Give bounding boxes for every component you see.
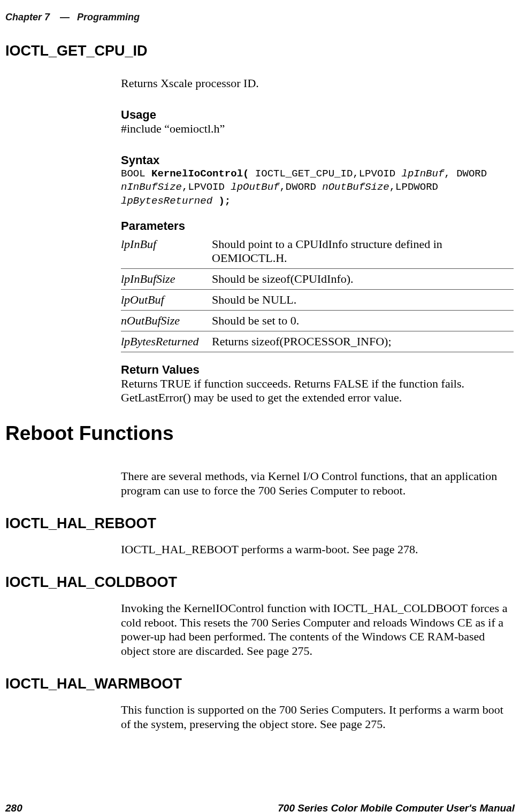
heading-ioctl-get-cpu-id: IOCTL_GET_CPU_ID: [5, 43, 514, 59]
param-desc: Should be sizeof(CPUIdInfo).: [212, 268, 514, 289]
usage-text: #include “oemioctl.h”: [121, 122, 514, 136]
param-name: lpBytesReturned: [121, 331, 212, 352]
param-name: lpInBufSize: [121, 268, 212, 289]
heading-ioctl-hal-warmboot: IOCTL_HAL_WARMBOOT: [5, 676, 514, 692]
heading-syntax: Syntax: [121, 153, 514, 167]
get-cpu-id-intro: Returns Xscale processor ID.: [121, 76, 514, 91]
heading-return-values: Return Values: [121, 363, 514, 377]
code-token: lpInBuf: [402, 168, 445, 180]
code-token: lpOutBuf: [231, 181, 279, 193]
param-name: lpOutBuf: [121, 289, 212, 310]
code-token: );: [212, 195, 231, 207]
content: IOCTL_GET_CPU_ID Returns Xscale processo…: [5, 43, 514, 732]
code-token: ,LPVOID: [182, 181, 231, 193]
code-token: nOutBufSize: [322, 181, 389, 193]
parameters-table: lpInBuf Should point to a CPUIdInfo stru…: [121, 234, 514, 352]
code-token: lpBytesReturned: [121, 195, 212, 207]
manual-title: 700 Series Color Mobile Computer User's …: [278, 802, 515, 812]
param-row: lpInBufSize Should be sizeof(CPUIdInfo).: [121, 268, 514, 289]
heading-reboot-functions: Reboot Functions: [5, 422, 514, 445]
header-chapter: Chapter 7: [5, 12, 50, 23]
reboot-intro: There are several methods, via Kernel I/…: [121, 469, 514, 498]
code-token: IOCTL_GET_CPU_ID,LPVOID: [249, 168, 401, 180]
code-token: BOOL: [121, 168, 151, 180]
heading-parameters: Parameters: [121, 219, 514, 233]
param-name: nOutBufSize: [121, 310, 212, 331]
return-values-text: Returns TRUE if function succeeds. Retur…: [121, 377, 514, 406]
syntax-code: BOOL KernelIoControl( IOCTL_GET_CPU_ID,L…: [121, 167, 514, 208]
page: Chapter 7 — Programming IOCTL_GET_CPU_ID…: [0, 0, 520, 812]
code-token: KernelIoControl(: [151, 168, 249, 180]
heading-usage: Usage: [121, 108, 514, 122]
param-desc: Returns sizeof(PROCESSOR_INFO);: [212, 331, 514, 352]
hal-warmboot-text: This function is supported on the 700 Se…: [121, 703, 514, 732]
heading-ioctl-hal-coldboot: IOCTL_HAL_COLDBOOT: [5, 574, 514, 591]
heading-ioctl-hal-reboot: IOCTL_HAL_REBOOT: [5, 515, 514, 532]
param-row: lpBytesReturned Returns sizeof(PROCESSOR…: [121, 331, 514, 352]
param-row: lpInBuf Should point to a CPUIdInfo stru…: [121, 234, 514, 269]
code-token: ,LPDWORD: [389, 181, 438, 193]
param-row: lpOutBuf Should be NULL.: [121, 289, 514, 310]
param-desc: Should be set to 0.: [212, 310, 514, 331]
header-dash: —: [60, 12, 70, 23]
param-name: lpInBuf: [121, 234, 212, 269]
hal-reboot-text: IOCTL_HAL_REBOOT performs a warm-boot. S…: [121, 543, 514, 557]
param-desc: Should be NULL.: [212, 289, 514, 310]
code-token: nInBufSize: [121, 181, 182, 193]
hal-coldboot-text: Invoking the KernelIOControl function wi…: [121, 601, 514, 659]
header-section: Programming: [77, 12, 140, 23]
param-row: nOutBufSize Should be set to 0.: [121, 310, 514, 331]
param-desc: Should point to a CPUIdInfo structure de…: [212, 234, 514, 269]
code-token: , DWORD: [444, 168, 487, 180]
code-token: ,DWORD: [279, 181, 322, 193]
page-number: 280: [5, 802, 22, 812]
